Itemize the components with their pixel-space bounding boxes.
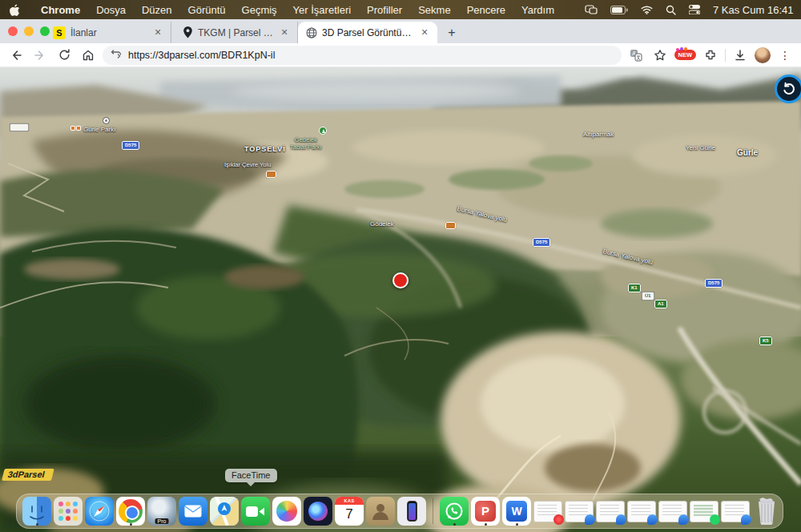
minimize-window-button[interactable] <box>24 26 34 36</box>
terrain-graphic <box>0 67 801 532</box>
chrome-icon[interactable] <box>116 497 145 526</box>
road-badge-a1: A1 <box>654 300 667 308</box>
wifi-icon[interactable] <box>641 6 653 14</box>
tab-strip: S İlanlar × TKGM | Parsel Sorgu Uygulan … <box>0 19 801 43</box>
acrobat-badge-icon <box>553 514 564 525</box>
nature-park-poi-icon <box>319 127 327 135</box>
park-poi-icon <box>103 117 110 124</box>
minimized-window-thumbnail[interactable] <box>596 501 625 522</box>
whatsapp-icon[interactable] <box>440 497 469 526</box>
downloads-icon[interactable] <box>731 46 750 65</box>
minimized-window-thumbnail[interactable] <box>690 501 718 522</box>
back-icon[interactable] <box>6 46 26 65</box>
map-3d-viewport[interactable]: Gürle Parkı D575 TOPSELVİ GedelekTabiat … <box>0 67 801 532</box>
menu-bar-clock[interactable]: 7 Kas Cum 16:41 <box>713 4 795 16</box>
screen-mirroring-icon[interactable] <box>585 5 598 14</box>
dock-separator <box>433 498 433 524</box>
launchpad-icon[interactable] <box>54 497 83 526</box>
calendar-month-label: KAS <box>335 497 364 505</box>
buildings-poi-icon <box>70 126 81 131</box>
close-tab-icon[interactable]: × <box>151 26 164 39</box>
address-bar[interactable]: https://3dparsel.com/BDR1KpN-il <box>103 46 622 65</box>
road-badge-d575: D575 <box>122 141 139 150</box>
facetime-icon[interactable] <box>241 497 270 526</box>
map-label-yeni-gurle: Yeni Gürle <box>686 144 715 151</box>
whatsapp-badge-icon <box>710 514 720 525</box>
globe-favicon <box>306 27 317 38</box>
minimized-window-thumbnail[interactable] <box>658 501 687 522</box>
extension-new-badge[interactable]: NEW <box>674 50 697 60</box>
menu-chrome[interactable]: Chrome <box>33 4 88 16</box>
profile-avatar[interactable] <box>755 47 771 63</box>
trash-icon[interactable] <box>752 497 781 526</box>
bookmark-star-icon[interactable] <box>650 46 670 65</box>
reset-view-button[interactable] <box>775 75 801 103</box>
reload-icon[interactable] <box>54 46 74 65</box>
translate-icon[interactable]: A <box>626 46 646 65</box>
menu-profiller[interactable]: Profiller <box>359 4 410 16</box>
home-icon[interactable] <box>78 46 98 65</box>
road-badge-k5: K5 <box>759 337 772 345</box>
finder-icon[interactable] <box>22 497 51 526</box>
site-connection-icon[interactable] <box>111 48 122 62</box>
map-label-gurle: Gürle <box>737 148 758 157</box>
dock: Pro KAS 7 P W <box>16 494 783 529</box>
close-tab-icon[interactable]: × <box>418 26 431 39</box>
menu-yardim[interactable]: Yardım <box>513 4 562 16</box>
battery-icon[interactable] <box>610 6 628 14</box>
word-badge-icon <box>678 514 689 525</box>
word-badge-icon <box>585 514 595 525</box>
menu-duzen[interactable]: Düzen <box>134 4 180 16</box>
road-badge-orange <box>445 222 456 229</box>
tab-ilanlar[interactable]: S İlanlar × <box>45 22 171 43</box>
word-icon[interactable]: W <box>502 497 531 526</box>
road-badge-white <box>10 123 29 131</box>
apple-menu-icon[interactable] <box>10 4 20 16</box>
powerpoint-letter: P <box>475 501 496 522</box>
road-badge-u1: Ü1 <box>642 292 654 300</box>
chrome-menu-icon[interactable]: ⋮ <box>775 46 795 65</box>
tab-tkgm-parsel-sorgu[interactable]: TKGM | Parsel Sorgu Uygulan × <box>175 22 298 43</box>
photos-icon[interactable] <box>272 497 301 526</box>
menu-bar: Chrome Dosya Düzen Görüntü Geçmiş Yer İş… <box>0 0 801 19</box>
parcel-marker[interactable] <box>392 272 409 288</box>
powerpoint-icon[interactable]: P <box>471 497 500 526</box>
word-badge-icon <box>647 514 658 525</box>
maps-icon[interactable] <box>210 497 239 526</box>
mail-icon[interactable] <box>179 497 207 526</box>
map-label-topselvi: TOPSELVİ <box>244 145 286 153</box>
minimized-window-thumbnail[interactable] <box>533 501 562 522</box>
close-window-button[interactable] <box>8 26 18 36</box>
menu-dosya[interactable]: Dosya <box>88 4 134 16</box>
forward-icon[interactable] <box>30 46 50 65</box>
new-tab-button[interactable]: + <box>444 26 460 40</box>
menu-yer-isaretleri[interactable]: Yer İşaretleri <box>285 4 360 16</box>
word-letter: W <box>506 501 527 522</box>
safari-icon[interactable] <box>85 497 114 526</box>
minimized-window-thumbnail[interactable] <box>627 501 656 522</box>
road-badge-d575: D575 <box>705 279 723 288</box>
tab-3d-parsel-goruntuleyici[interactable]: 3D Parsel Görüntüleyici × <box>298 22 437 43</box>
menu-pencere[interactable]: Pencere <box>459 4 513 16</box>
desktop: Chrome Dosya Düzen Görüntü Geçmiş Yer İş… <box>0 0 801 532</box>
url-text[interactable]: https://3dparsel.com/BDR1KpN-il <box>128 50 275 61</box>
spotlight-search-icon[interactable] <box>666 5 676 15</box>
minimized-window-thumbnail[interactable] <box>721 501 750 522</box>
calendar-icon[interactable]: KAS 7 <box>335 497 364 526</box>
siri-icon[interactable] <box>304 497 332 526</box>
earth-pro-label: Pro <box>155 518 169 524</box>
close-tab-icon[interactable]: × <box>278 26 291 39</box>
minimized-window-thumbnail[interactable] <box>565 501 594 522</box>
menu-sekme[interactable]: Sekme <box>410 4 458 16</box>
map-label-gurle-parki: Gürle Parkı <box>83 126 115 133</box>
extensions-puzzle-icon[interactable] <box>701 46 720 65</box>
map-label-isiklar-yolu: Işıklar Çevre Yolu <box>224 161 271 168</box>
iphone-mirroring-icon[interactable] <box>397 497 426 526</box>
menu-gecmis[interactable]: Geçmiş <box>234 4 285 16</box>
control-center-icon[interactable] <box>689 5 700 14</box>
word-badge-icon <box>616 514 626 525</box>
dock-tooltip: FaceTime <box>225 469 277 482</box>
contacts-icon[interactable] <box>366 497 395 526</box>
menu-goruntu[interactable]: Görüntü <box>180 4 234 16</box>
google-earth-pro-icon[interactable]: Pro <box>147 497 176 526</box>
